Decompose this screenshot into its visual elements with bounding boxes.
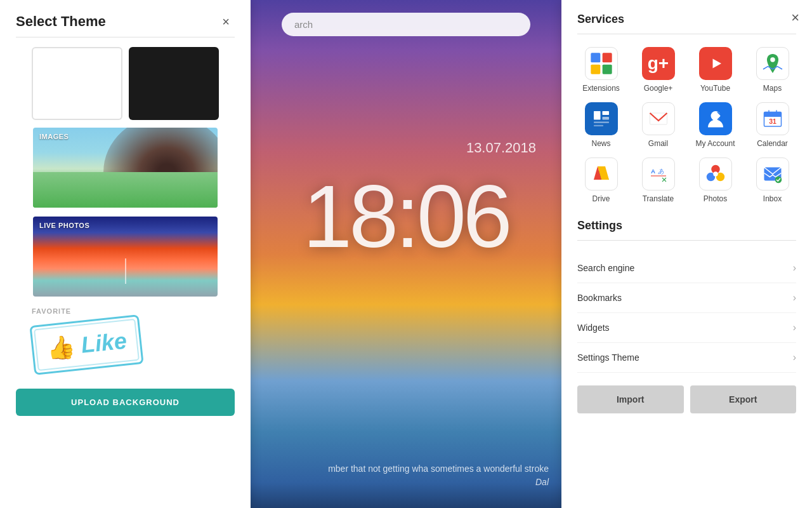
- maps-label: Maps: [763, 84, 782, 93]
- search-engine-label: Search engine: [577, 263, 634, 273]
- phone-quote: mber that not getting wha sometimes a wo…: [251, 462, 561, 489]
- settings-title: Settings: [577, 219, 796, 232]
- like-text: Like: [80, 327, 128, 358]
- my-account-label: My Account: [695, 139, 735, 148]
- photos-label: Photos: [704, 194, 727, 203]
- service-extensions[interactable]: Extensions: [577, 47, 625, 93]
- svg-marker-4: [712, 59, 721, 69]
- bookmarks-label: Bookmarks: [577, 293, 622, 303]
- svg-rect-10: [594, 125, 603, 126]
- phone-date: 13.07.2018: [466, 140, 536, 156]
- svg-rect-2: [591, 65, 600, 74]
- service-my-account[interactable]: My Account: [691, 102, 739, 148]
- services-grid: Extensions g+ Google+ YouTube: [577, 47, 796, 203]
- photos-icon: [699, 157, 732, 190]
- service-inbox[interactable]: Inbox: [749, 157, 796, 203]
- drive-icon: [585, 157, 618, 190]
- calendar-icon: 31: [756, 102, 789, 135]
- svg-rect-7: [602, 111, 609, 115]
- youtube-icon: [699, 47, 732, 80]
- search-engine-chevron: ›: [793, 262, 796, 274]
- widgets-label: Widgets: [577, 323, 610, 333]
- extensions-icon: [585, 47, 618, 80]
- phone-time: 18:06: [303, 165, 509, 268]
- calendar-label: Calendar: [757, 139, 788, 148]
- settings-bookmarks[interactable]: Bookmarks ›: [577, 283, 796, 313]
- svg-rect-6: [594, 111, 601, 120]
- svg-rect-3: [602, 65, 612, 74]
- thumbs-up-icon: 👍: [45, 333, 76, 362]
- service-google-plus[interactable]: g+ Google+: [634, 47, 682, 93]
- settings-theme-item[interactable]: Settings Theme ›: [577, 343, 796, 373]
- search-bar: arch: [282, 13, 530, 36]
- inbox-icon: [756, 157, 789, 190]
- favorite-section: FAVORITE 👍 Like: [32, 304, 219, 376]
- svg-point-5: [770, 57, 775, 62]
- left-panel-close-button[interactable]: ×: [217, 13, 235, 30]
- svg-rect-9: [594, 122, 609, 123]
- google-plus-label: Google+: [644, 84, 673, 93]
- translate-icon: A あ: [642, 157, 675, 190]
- svg-point-29: [713, 171, 718, 177]
- live-photos-label: LIVE PHOTOS: [39, 222, 89, 229]
- news-label: News: [591, 139, 610, 148]
- gmail-label: Gmail: [648, 139, 668, 148]
- widgets-chevron: ›: [793, 322, 796, 333]
- my-account-icon: [699, 102, 732, 135]
- services-title: Services: [577, 13, 796, 26]
- theme-white[interactable]: [32, 47, 122, 120]
- theme-dark[interactable]: [129, 47, 219, 120]
- left-panel: Select Theme × IMAGES LIVE PHOTOS: [0, 0, 251, 508]
- svg-rect-15: [764, 116, 781, 117]
- gmail-icon: [642, 102, 675, 135]
- svg-text:A: A: [651, 168, 655, 175]
- youtube-label: YouTube: [700, 84, 730, 93]
- right-panel-close-button[interactable]: ×: [791, 10, 799, 26]
- select-theme-title: Select Theme: [16, 13, 106, 30]
- upload-background-button[interactable]: UPLOAD BACKGROUND: [16, 389, 235, 416]
- google-plus-icon: g+: [642, 47, 675, 80]
- settings-theme-label: Settings Theme: [577, 352, 639, 363]
- news-icon: [585, 102, 618, 135]
- translate-label: Translate: [643, 194, 674, 203]
- service-youtube[interactable]: YouTube: [691, 47, 739, 93]
- like-stamp: 👍 Like: [29, 314, 143, 375]
- svg-text:あ: あ: [657, 168, 664, 175]
- settings-widgets[interactable]: Widgets ›: [577, 313, 796, 343]
- right-panel: × Services Extensions: [561, 0, 812, 508]
- header-divider: [16, 37, 235, 37]
- export-button[interactable]: Export: [690, 385, 797, 413]
- images-label: IMAGES: [39, 133, 69, 140]
- phone-overlay: arch 13.07.2018 18:06 mber that not gett…: [251, 0, 561, 508]
- favorite-label: FAVORITE: [32, 307, 219, 315]
- service-translate[interactable]: A あ Translate: [634, 157, 682, 203]
- svg-rect-1: [602, 53, 612, 62]
- maps-icon: [756, 47, 789, 80]
- import-button[interactable]: Import: [577, 385, 684, 413]
- theme-live-photos[interactable]: LIVE PHOTOS: [32, 215, 219, 298]
- service-news[interactable]: News: [577, 102, 625, 148]
- settings-search-engine[interactable]: Search engine ›: [577, 253, 796, 283]
- theme-images[interactable]: IMAGES: [32, 126, 219, 209]
- extensions-label: Extensions: [582, 84, 620, 93]
- services-divider: [577, 34, 796, 34]
- settings-theme-chevron: ›: [793, 352, 796, 363]
- svg-point-31: [775, 177, 782, 184]
- svg-text:31: 31: [769, 117, 776, 125]
- search-text: arch: [294, 19, 313, 30]
- inbox-label: Inbox: [763, 194, 782, 203]
- drive-label: Drive: [592, 194, 610, 203]
- svg-point-12: [710, 111, 720, 121]
- svg-rect-8: [602, 117, 609, 120]
- action-buttons: Import Export: [577, 385, 796, 413]
- service-drive[interactable]: Drive: [577, 157, 625, 203]
- settings-section: Settings Search engine › Bookmarks › Wid…: [577, 219, 796, 373]
- service-calendar[interactable]: 31 Calendar: [749, 102, 796, 148]
- svg-rect-0: [591, 53, 600, 62]
- service-maps[interactable]: Maps: [749, 47, 796, 93]
- bookmarks-chevron: ›: [793, 292, 796, 304]
- service-photos[interactable]: Photos: [691, 157, 739, 203]
- service-gmail[interactable]: Gmail: [634, 102, 682, 148]
- settings-divider: [577, 240, 796, 241]
